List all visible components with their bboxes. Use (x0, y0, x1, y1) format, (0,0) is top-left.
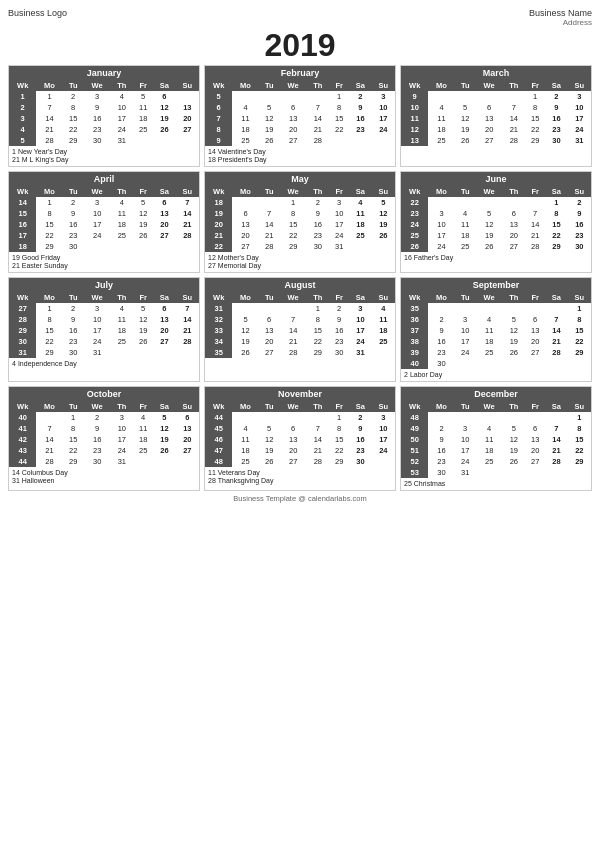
day-cell: 7 (259, 208, 280, 219)
day-cell: 18 (133, 434, 153, 445)
day-cell (259, 197, 280, 208)
day-cell: 5 (259, 102, 280, 113)
holidays: 4Independence Day (9, 358, 199, 370)
saturday: 26 (153, 445, 175, 456)
week-number: 46 (205, 434, 232, 445)
day-cell: 11 (133, 423, 153, 434)
sunday: 27 (176, 445, 199, 456)
day-cell: 8 (280, 208, 307, 219)
saturday: 16 (349, 113, 371, 124)
day-cell: 8 (63, 102, 84, 113)
week-number: 37 (401, 325, 428, 336)
day-cell: 19 (259, 124, 280, 135)
month-header: December (401, 387, 591, 401)
saturday (153, 347, 175, 358)
saturday: 6 (153, 91, 175, 102)
day-cell: 23 (63, 230, 84, 241)
day-header: Fr (133, 292, 153, 303)
sunday: 15 (568, 325, 591, 336)
holidays: 11Veterans Day28Thanksgiving Day (205, 467, 395, 487)
day-cell: 5 (133, 197, 153, 208)
day-cell: 2 (329, 303, 349, 314)
day-cell (503, 197, 525, 208)
day-cell: 11 (133, 102, 153, 113)
day-cell: 3 (111, 412, 133, 423)
saturday: 19 (153, 113, 175, 124)
saturday: 23 (349, 445, 371, 456)
holidays: 2Labor Day (401, 369, 591, 381)
day-cell: 20 (280, 445, 307, 456)
day-cell: 16 (63, 325, 84, 336)
week-number: 53 (401, 467, 428, 478)
day-header: Sa (349, 80, 371, 91)
day-header: Sa (545, 186, 567, 197)
day-cell: 17 (111, 434, 133, 445)
day-cell: 26 (259, 456, 280, 467)
week-number: 49 (401, 423, 428, 434)
saturday (349, 241, 371, 252)
day-cell: 6 (503, 208, 525, 219)
day-cell: 21 (280, 336, 307, 347)
day-cell: 14 (307, 434, 329, 445)
day-cell: 20 (503, 230, 525, 241)
day-cell: 28 (307, 456, 329, 467)
holiday-number: 12 (208, 254, 216, 261)
day-cell: 28 (525, 241, 545, 252)
week-number: 18 (9, 241, 36, 252)
day-cell: 11 (111, 314, 133, 325)
holiday-number: 21 (12, 156, 20, 163)
week-number: 34 (205, 336, 232, 347)
calendar-table: WkMoTuWeThFrSaSu351362345678379101112131… (401, 292, 591, 369)
day-cell (503, 91, 525, 102)
week-number: 48 (205, 456, 232, 467)
sunday: 24 (372, 445, 395, 456)
saturday: 9 (349, 423, 371, 434)
saturday (545, 467, 567, 478)
day-cell (455, 412, 476, 423)
day-cell (428, 412, 454, 423)
day-cell: 24 (111, 124, 133, 135)
holiday-number: 31 (12, 477, 20, 484)
holidays: 25Christmas (401, 478, 591, 490)
month-block: JulyWkMoTuWeThFrSaSu27123456728891011121… (8, 277, 200, 382)
day-cell: 4 (111, 197, 133, 208)
holidays: 16Father's Day (401, 252, 591, 264)
day-cell: 1 (36, 303, 62, 314)
day-cell (476, 412, 503, 423)
day-cell (133, 241, 153, 252)
day-cell: 28 (36, 456, 62, 467)
sunday: 3 (372, 412, 395, 423)
sunday: 21 (176, 325, 199, 336)
saturday: 20 (153, 219, 175, 230)
day-header: Th (503, 401, 525, 412)
day-cell (280, 91, 307, 102)
day-header: Wk (205, 401, 232, 412)
holidays-empty (401, 146, 591, 158)
day-cell: 8 (36, 314, 62, 325)
day-header: Tu (259, 186, 280, 197)
holiday-item: 28Thanksgiving Day (208, 477, 392, 484)
day-cell: 26 (503, 456, 525, 467)
sunday: 24 (372, 124, 395, 135)
week-number: 30 (9, 336, 36, 347)
saturday: 14 (545, 325, 567, 336)
day-cell: 28 (36, 135, 62, 146)
saturday: 14 (545, 434, 567, 445)
week-number: 5 (9, 135, 36, 146)
day-header: Tu (63, 80, 84, 91)
day-cell (307, 412, 329, 423)
day-cell: 5 (232, 314, 258, 325)
sunday: 17 (372, 434, 395, 445)
day-cell: 3 (84, 197, 111, 208)
sunday: 13 (176, 423, 199, 434)
day-cell: 4 (476, 314, 503, 325)
month-block: FebruaryWkMoTuWeThFrSaSu5123645678910711… (204, 65, 396, 167)
sunday (372, 456, 395, 467)
holiday-number: 18 (208, 156, 216, 163)
day-cell: 16 (329, 325, 349, 336)
saturday: 16 (545, 113, 567, 124)
day-header: Sa (153, 401, 175, 412)
day-cell: 30 (428, 467, 454, 478)
business-logo: Business Logo (8, 8, 67, 18)
day-cell (503, 358, 525, 369)
